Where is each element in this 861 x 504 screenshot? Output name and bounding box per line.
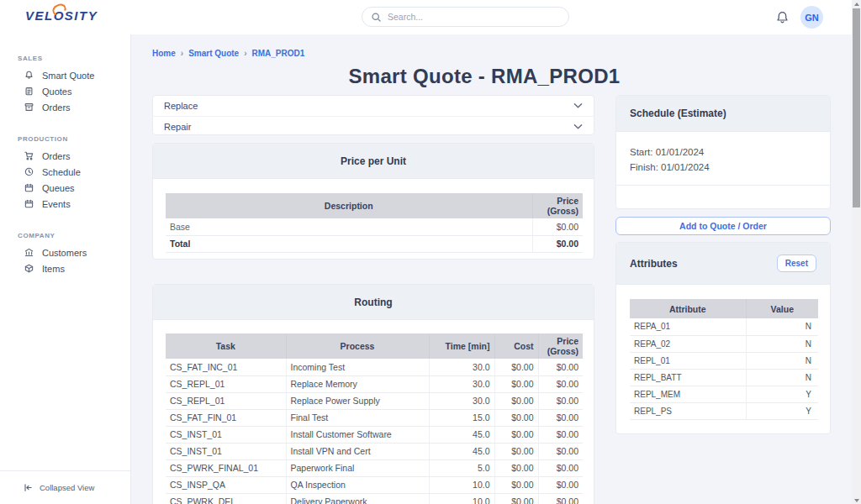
- schedule-start: Start: 01/01/2024: [630, 145, 816, 160]
- accordion-replace[interactable]: Replace: [153, 96, 594, 116]
- table-row: REPL_PSY: [630, 402, 818, 419]
- table-cell: $0.00: [538, 375, 583, 392]
- table-row: CS_PWRK_DELDelivery Paperwork10.0$0.00$0…: [166, 493, 583, 504]
- table-cell: CS_FAT_FIN_01: [166, 409, 286, 426]
- table-row: Base $0.00: [166, 218, 583, 235]
- table-cell: 5.0: [429, 459, 494, 476]
- breadcrumb-smart-quote[interactable]: Smart Quote: [188, 49, 239, 58]
- table-cell: $0.00: [538, 426, 583, 443]
- column-header-task: Task: [166, 333, 286, 359]
- page-title: Smart Quote - RMA_PROD1: [131, 65, 837, 88]
- table-cell: $0.00: [494, 426, 538, 443]
- clipboard-icon: [24, 87, 34, 96]
- table-cell: 10.0: [429, 476, 494, 493]
- table-cell: Base: [166, 218, 532, 235]
- table-header-row: Attribute Value: [630, 299, 818, 318]
- add-to-quote-order-button[interactable]: Add to Quote / Order: [615, 217, 831, 235]
- table-cell: $0.00: [538, 476, 583, 493]
- search-box[interactable]: [362, 7, 569, 27]
- chevron-down-icon: [573, 102, 583, 109]
- scrollbar-down-arrow-icon[interactable]: [852, 496, 861, 504]
- column-header-attribute: Attribute: [630, 299, 746, 318]
- accordion-repair[interactable]: Repair: [153, 116, 594, 136]
- table-cell: REPA_02: [630, 335, 746, 352]
- sidebar-item-quotes[interactable]: Quotes: [0, 83, 130, 99]
- calendar-icon: [24, 183, 34, 192]
- table-row: CS_INSP_QAQA Inspection10.0$0.00$0.00: [166, 476, 583, 493]
- table-cell: $0.00: [494, 443, 538, 459]
- routing-table-body: CS_FAT_INC_01Incoming Test30.0$0.00$0.00…: [166, 359, 583, 504]
- routing-title: Routing: [153, 285, 594, 320]
- sidebar-item-label: Queues: [42, 183, 75, 193]
- sidebar-item-schedule[interactable]: Schedule: [0, 164, 130, 180]
- sidebar-item-label: Orders: [42, 151, 71, 161]
- logo-text-post: SITY: [65, 8, 98, 23]
- table-row: CS_REPL_01Replace Power Supply30.0$0.00$…: [166, 392, 583, 409]
- attributes-card: Attributes Reset Attribute Value REPA_01…: [615, 242, 831, 434]
- price-per-unit-card: Price per Unit Description Price (Gross)…: [152, 143, 594, 260]
- column-header-time: Time [min]: [429, 333, 494, 359]
- table-row: REPA_01N: [630, 318, 818, 335]
- table-cell: Total: [166, 235, 532, 252]
- table-row: CS_INST_01Install Customer Software45.0$…: [166, 426, 583, 443]
- vertical-scrollbar[interactable]: [852, 0, 861, 504]
- accordion-label: Replace: [164, 101, 573, 111]
- notifications-bell-icon[interactable]: [775, 10, 790, 25]
- clock-icon: [24, 167, 34, 176]
- scrollbar-thumb[interactable]: [853, 8, 860, 207]
- search-icon: [371, 12, 382, 23]
- table-row: CS_PWRK_FINAL_01Paperwork Final5.0$0.00$…: [166, 459, 583, 476]
- table-cell: $0.00: [532, 235, 583, 252]
- breadcrumb-current[interactable]: RMA_PROD1: [252, 49, 305, 58]
- sidebar-item-customers[interactable]: Customers: [0, 244, 130, 260]
- sidebar-item-label: Events: [42, 199, 71, 209]
- table-cell: N: [746, 369, 818, 386]
- sidebar-item-orders-production[interactable]: Orders: [0, 148, 130, 164]
- table-cell: Replace Memory: [286, 375, 429, 392]
- table-cell: 30.0: [429, 392, 494, 409]
- column-header-description: Description: [166, 193, 532, 218]
- table-cell: CS_FAT_INC_01: [166, 359, 286, 375]
- table-row: REPL_MEMY: [630, 386, 818, 402]
- table-cell: $0.00: [494, 392, 538, 409]
- collapse-view-toggle[interactable]: Collapsed View: [0, 470, 130, 504]
- sidebar-item-orders-sales[interactable]: Orders: [0, 99, 130, 115]
- table-cell: $0.00: [494, 476, 538, 493]
- price-per-unit-title: Price per Unit: [153, 144, 594, 179]
- attributes-title: Attributes: [630, 258, 678, 270]
- routing-table: Task Process Time [min] Cost Price (Gros…: [166, 333, 583, 504]
- sidebar-item-items[interactable]: Items: [0, 260, 130, 276]
- main-content: Home›Smart Quote›RMA_PROD1 Smart Quote -…: [131, 34, 852, 504]
- reset-button[interactable]: Reset: [777, 255, 816, 272]
- table-cell: 45.0: [429, 443, 494, 459]
- table-cell: 15.0: [429, 409, 494, 426]
- sidebar-item-label: Smart Quote: [42, 71, 94, 81]
- search-input[interactable]: [388, 12, 560, 22]
- table-cell: CS_PWRK_FINAL_01: [166, 459, 286, 476]
- table-cell: 30.0: [429, 375, 494, 392]
- table-cell: CS_INST_01: [166, 426, 286, 443]
- column-header-process: Process: [286, 333, 429, 359]
- table-row: CS_INST_01Install VPN and Cert45.0$0.00$…: [166, 443, 583, 459]
- avatar[interactable]: GN: [800, 6, 823, 29]
- sidebar-item-label: Items: [42, 264, 65, 274]
- table-cell: REPL_BATT: [630, 369, 746, 386]
- column-header-price-gross: Price (Gross): [538, 333, 583, 359]
- attributes-table-body: REPA_01NREPA_02NREPL_01NREPL_BATTNREPL_M…: [630, 318, 818, 419]
- archive-box-icon: [24, 102, 34, 112]
- sidebar-item-queues[interactable]: Queues: [0, 180, 130, 196]
- cart-icon: [24, 151, 34, 160]
- breadcrumb-home[interactable]: Home: [152, 49, 176, 58]
- sidebar-section-label-company: COMPANY: [18, 232, 130, 239]
- table-cell: QA Inspection: [286, 476, 429, 493]
- sidebar-item-smart-quote[interactable]: Smart Quote: [0, 67, 130, 83]
- scrollbar-up-arrow-icon[interactable]: [852, 0, 861, 8]
- sidebar-item-label: Quotes: [42, 87, 71, 97]
- table-header-row: Task Process Time [min] Cost Price (Gros…: [166, 333, 583, 359]
- logo: VELOSITY: [25, 8, 98, 23]
- sidebar-item-label: Orders: [42, 102, 71, 113]
- table-cell: $0.00: [538, 459, 583, 476]
- table-cell: $0.00: [494, 359, 538, 375]
- sidebar-item-events[interactable]: Events: [0, 196, 130, 212]
- bank-icon: [24, 248, 34, 257]
